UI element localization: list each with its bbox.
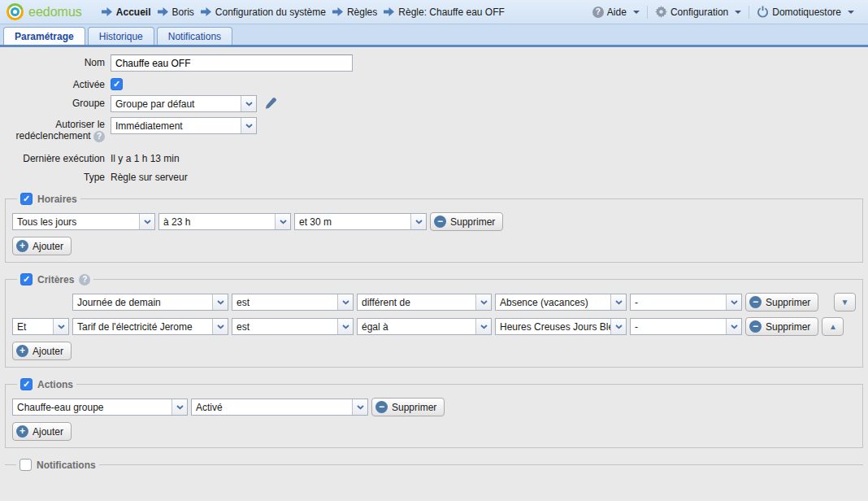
horaires-day-select[interactable]: Tous les jours [12, 213, 155, 230]
menu-aide[interactable]: ? Aide [585, 7, 647, 18]
horaires-ajouter-button[interactable]: + Ajouter [12, 237, 72, 255]
redeclenchement-row: Autoriser le redéclenchement ? Immédiate… [5, 117, 868, 142]
minus-circle-icon: − [749, 296, 762, 308]
redeclenchement-select[interactable]: Immédiatement [111, 117, 257, 134]
chevron-down-icon[interactable] [726, 319, 741, 334]
plus-circle-icon: + [16, 345, 28, 357]
critere-extra-value: - [631, 294, 726, 310]
chevron-down-icon[interactable] [241, 96, 256, 111]
critere-supprimer-button[interactable]: − Supprimer [745, 293, 818, 311]
critere-value-value: Absence (vacances) [496, 294, 610, 310]
actions-ajouter-button[interactable]: + Ajouter [12, 422, 72, 441]
critere-value-select[interactable]: Heures Creuses Jours Bleu [495, 318, 627, 335]
horaires-supprimer-button[interactable]: − Supprimer [430, 212, 503, 231]
critere-verb-select[interactable]: est [232, 294, 354, 311]
menu-domotiquestore[interactable]: Domotiquestore [749, 6, 861, 18]
critere-device-value: Tarif de l'électricité Jerome [73, 319, 212, 334]
chevron-down-icon[interactable] [726, 294, 741, 310]
breadcrumb-arrow-icon [332, 7, 343, 16]
activee-checkbox[interactable]: ✓ [111, 78, 123, 90]
breadcrumb-item-accueil[interactable]: Accueil [102, 7, 151, 18]
notifications-title: Notifications [37, 460, 96, 471]
nom-input[interactable] [111, 54, 353, 72]
chevron-down-icon[interactable] [171, 399, 187, 415]
breadcrumb-item-boris[interactable]: Boris [158, 7, 194, 18]
actions-title: Actions [37, 379, 73, 390]
notifications-checkbox[interactable] [20, 459, 32, 471]
critere-value-select[interactable]: Absence (vacances) [495, 294, 627, 311]
critere-extra-value: - [631, 319, 726, 334]
breadcrumb-item-configuration-systeme[interactable]: Configuration du système [201, 7, 326, 18]
button-label: Ajouter [33, 346, 63, 357]
tab-parametrage[interactable]: Paramétrage [3, 27, 85, 45]
menu-configuration[interactable]: Configuration [648, 6, 749, 18]
action-state-select[interactable]: Activé [191, 399, 368, 416]
minus-circle-icon: − [749, 320, 762, 333]
horaires-checkbox[interactable]: ✓ [20, 193, 33, 205]
redeclenchement-label: Autoriser le redéclenchement ? [5, 117, 111, 142]
groupe-select[interactable]: Groupe par défaut [111, 95, 257, 112]
breadcrumb-item-regles[interactable]: Règles [332, 7, 377, 18]
horaires-section: ✓ Horaires Tous les jours à 23 h et 30 m… [5, 193, 863, 263]
nom-row: Nom [5, 54, 868, 72]
critere-operator-select[interactable]: différent de [357, 294, 492, 311]
rule-form: Nom Activée ✓ Groupe Groupe par défaut A… [0, 47, 868, 501]
criteres-checkbox[interactable]: ✓ [20, 273, 33, 285]
derniere-execution-label: Dernière exécution [5, 150, 111, 164]
critere-extra-select[interactable]: - [630, 294, 742, 311]
chevron-down-icon[interactable] [212, 319, 228, 334]
move-critere-down-button[interactable]: ▼ [834, 293, 856, 311]
button-label: Supprimer [392, 402, 436, 413]
critere-operator-select[interactable]: égal à [357, 318, 492, 335]
chevron-down-icon[interactable] [212, 294, 228, 310]
action-device-select[interactable]: Chauffe-eau groupe [12, 399, 188, 416]
critere-supprimer-button[interactable]: − Supprimer [745, 317, 818, 336]
critere-row: Journée de demain est différent de Absen… [12, 293, 856, 311]
chevron-down-icon[interactable] [337, 319, 353, 334]
horaires-minute-select[interactable]: et 30 m [294, 213, 427, 230]
chevron-down-icon[interactable] [53, 319, 68, 334]
critere-extra-select[interactable]: - [630, 318, 742, 335]
chevron-down-icon[interactable] [610, 294, 626, 310]
criteres-ajouter-button[interactable]: + Ajouter [12, 342, 72, 360]
plus-circle-icon: + [16, 240, 28, 252]
critere-conjunction-select[interactable]: Et [12, 318, 69, 335]
question-icon[interactable]: ? [79, 274, 90, 285]
groupe-row: Groupe Groupe par défaut [5, 95, 868, 112]
critere-device-select[interactable]: Tarif de l'électricité Jerome [72, 318, 228, 335]
action-supprimer-button[interactable]: − Supprimer [371, 398, 445, 416]
tab-notifications[interactable]: Notifications [157, 27, 232, 45]
chevron-down-icon[interactable] [139, 214, 154, 229]
chevron-down-icon[interactable] [241, 118, 256, 133]
chevron-down-icon[interactable] [352, 399, 367, 415]
breadcrumb-label: Configuration du système [215, 7, 326, 18]
chevron-down-icon[interactable] [337, 294, 353, 310]
tab-historique[interactable]: Historique [88, 27, 154, 45]
eedomus-logo[interactable]: eedomus [7, 3, 82, 20]
breadcrumb-item-regle-chauffe-eau-off[interactable]: Règle: Chauffe eau OFF [384, 7, 505, 18]
chevron-down-icon[interactable] [475, 319, 491, 334]
check-icon: ✓ [113, 79, 120, 89]
menu-aide-label: Aide [607, 7, 627, 18]
horaires-hour-select[interactable]: à 23 h [158, 213, 291, 230]
menu-domotiquestore-label: Domotiquestore [772, 7, 841, 18]
arrow-down-icon: ▼ [841, 298, 849, 307]
edit-group-button[interactable] [264, 97, 277, 112]
critere-device-select[interactable]: Journée de demain [72, 294, 228, 311]
button-label: Supprimer [766, 321, 810, 333]
critere-verb-select[interactable]: est [232, 318, 354, 335]
question-icon: ? [592, 7, 604, 18]
notifications-legend: Notifications [16, 459, 99, 471]
button-label: Supprimer [766, 297, 810, 308]
question-icon[interactable]: ? [93, 131, 105, 142]
criteres-title: Critères [37, 274, 74, 285]
chevron-down-icon[interactable] [610, 319, 626, 334]
breadcrumb-label: Boris [172, 7, 194, 18]
chevron-down-icon[interactable] [410, 214, 426, 229]
move-critere-up-button[interactable]: ▲ [822, 317, 844, 336]
chevron-down-icon[interactable] [475, 294, 491, 310]
plus-circle-icon: + [16, 425, 28, 438]
actions-checkbox[interactable]: ✓ [20, 378, 33, 390]
chevron-down-icon[interactable] [275, 214, 290, 229]
button-label: Supprimer [450, 216, 495, 228]
